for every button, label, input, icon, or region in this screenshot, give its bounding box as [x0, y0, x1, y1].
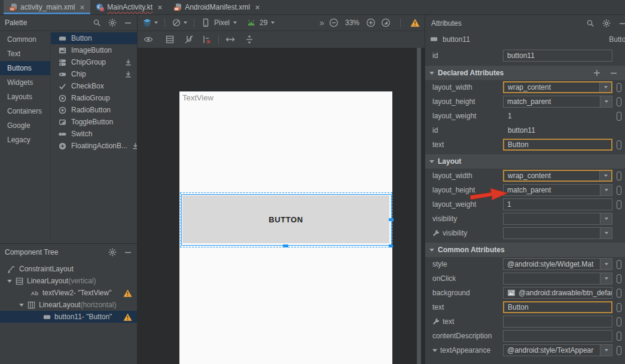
dropdown-arrow-icon[interactable] — [600, 273, 612, 284]
expander-icon[interactable] — [19, 304, 24, 307]
zoom-to-fit-icon[interactable] — [381, 18, 391, 27]
pick-resource-flag-icon[interactable] — [617, 274, 621, 283]
palette-category-Buttons[interactable]: Buttons — [0, 61, 50, 75]
pick-resource-flag-icon[interactable] — [617, 317, 621, 326]
warnings-errors-icon[interactable] — [410, 18, 420, 27]
attr-dropdown-visibility[interactable] — [503, 213, 612, 225]
editor-tab-activity_main.xml[interactable]: <>activity_main.xml — [4, 0, 90, 14]
infer-constraints-horizontal-icon[interactable] — [225, 35, 235, 44]
tree-node-ConstraintLayout[interactable]: ConstraintLayout — [0, 263, 137, 275]
pick-resource-flag-icon[interactable] — [617, 172, 621, 181]
dropdown-arrow-icon[interactable] — [599, 171, 611, 181]
attr-dropdown-layout_height[interactable]: match_parent — [503, 184, 612, 196]
palette-item-FloatingActionB...[interactable]: FloatingActionB... — [51, 140, 137, 152]
add-attribute-icon[interactable] — [593, 69, 601, 77]
orientation-icon[interactable] — [172, 18, 181, 27]
section-header-Layout[interactable]: Layout — [425, 154, 625, 169]
tree-node-textView2[interactable]: AbtextView2- "TextView" — [0, 287, 137, 299]
palette-category-Common[interactable]: Common — [0, 32, 50, 47]
pick-resource-flag-icon[interactable] — [617, 140, 621, 149]
palette-item-RadioGroup[interactable]: RadioGroup — [51, 92, 137, 104]
attr-field-layout_weight[interactable]: 1 — [503, 198, 612, 210]
pick-resource-flag-icon[interactable] — [617, 112, 621, 121]
close-icon[interactable] — [255, 5, 260, 10]
editor-tab-AndroidManifest.xml[interactable]: MFAndroidManifest.xml — [168, 0, 266, 14]
expander-icon[interactable] — [7, 280, 12, 283]
section-header-Declared Attributes[interactable]: Declared Attributes — [425, 66, 625, 80]
download-icon[interactable] — [124, 71, 132, 78]
gear-icon[interactable] — [602, 19, 611, 27]
remove-attribute-icon[interactable] — [609, 69, 618, 77]
editor-tab-MainActivity.kt[interactable]: MainActivity.kt — [90, 0, 168, 14]
attr-value[interactable]: button11 — [503, 126, 535, 134]
attr-dropdown-layout_width[interactable]: wrap_content — [503, 81, 612, 93]
pick-resource-flag-icon[interactable] — [617, 289, 621, 298]
minimize-icon[interactable] — [618, 19, 625, 27]
resize-handle-bottom[interactable] — [283, 244, 288, 247]
attr-field-background[interactable]: @android:drawable/btn_defau — [503, 287, 612, 299]
palette-category-Google[interactable]: Google — [0, 118, 50, 133]
pick-resource-flag-icon[interactable] — [617, 303, 621, 312]
dropdown-arrow-icon[interactable] — [600, 213, 612, 224]
device-selector[interactable]: Pixel — [214, 19, 230, 27]
pick-resource-flag-icon[interactable] — [617, 97, 621, 106]
palette-item-CheckBox[interactable]: CheckBox — [51, 80, 137, 92]
pick-resource-flag-icon[interactable] — [617, 200, 621, 209]
device-icon[interactable] — [201, 18, 211, 27]
show-constraints-icon[interactable] — [165, 35, 175, 44]
dropdown-arrow-icon[interactable] — [600, 185, 612, 195]
tree-node-LinearLayout[interactable]: LinearLayout(vertical) — [0, 275, 137, 287]
collapse-icon[interactable] — [429, 72, 434, 75]
api-level-selector[interactable]: 29 — [260, 19, 267, 27]
canvas-textview[interactable]: TextView — [182, 93, 214, 102]
palette-item-ImageButton[interactable]: ImageButton — [51, 44, 137, 56]
id-field[interactable]: button11 — [503, 50, 612, 62]
attr-value[interactable]: 1 — [503, 112, 512, 120]
palette-category-Containers[interactable]: Containers — [0, 104, 50, 118]
attr-field-text[interactable] — [503, 316, 612, 328]
close-icon[interactable] — [80, 5, 85, 10]
resize-handle-corner[interactable] — [389, 244, 393, 247]
tree-node-button11[interactable]: button11- "Button" — [0, 311, 137, 323]
tree-node-LinearLayout[interactable]: LinearLayout(horizontal) — [0, 299, 137, 311]
pick-resource-flag-icon[interactable] — [617, 83, 621, 92]
dropdown-arrow-icon[interactable] — [600, 96, 612, 107]
palette-category-Legacy[interactable]: Legacy — [0, 133, 50, 147]
close-icon[interactable] — [157, 5, 163, 10]
pick-resource-flag-icon[interactable] — [617, 260, 621, 269]
pick-resource-flag-icon[interactable] — [617, 346, 621, 355]
zoom-out-icon[interactable] — [329, 18, 339, 27]
section-header-Common Attributes[interactable]: Common Attributes — [425, 243, 625, 257]
pick-resource-flag-icon[interactable] — [617, 186, 621, 195]
resize-handle-right[interactable] — [389, 218, 394, 221]
distribute-vertical-icon[interactable] — [245, 35, 254, 44]
canvas-button[interactable]: BUTTON — [182, 195, 389, 243]
layers-design-surface-icon[interactable] — [142, 18, 152, 27]
attr-field-text[interactable]: Button — [503, 301, 612, 313]
search-icon[interactable] — [93, 19, 101, 27]
attr-dropdown-layout_width[interactable]: wrap_content — [503, 170, 612, 182]
palette-item-ToggleButton[interactable]: ToggleButton — [51, 116, 137, 128]
dropdown-arrow-icon[interactable] — [599, 82, 611, 92]
attr-field-text[interactable]: Button — [503, 139, 612, 151]
clear-constraints-icon[interactable] — [202, 35, 212, 44]
expander-icon[interactable] — [432, 349, 437, 352]
attr-field-contentDescription[interactable] — [503, 330, 612, 342]
autoconnect-off-magnet-icon[interactable] — [184, 35, 194, 44]
zoom-in-icon[interactable] — [366, 18, 376, 27]
palette-category-Widgets[interactable]: Widgets — [0, 75, 50, 90]
palette-category-Text[interactable]: Text — [0, 47, 50, 61]
attr-dropdown-visibility[interactable] — [503, 227, 612, 239]
palette-item-Switch[interactable]: Switch — [51, 128, 137, 140]
toolbar-overflow-icon[interactable]: » — [319, 18, 324, 27]
device-screen-surface[interactable]: TextView BUTTON — [179, 91, 392, 364]
palette-item-Chip[interactable]: Chip — [51, 68, 137, 80]
design-canvas[interactable]: TextView BUTTON — [138, 48, 425, 364]
palette-item-RadioButton[interactable]: RadioButton — [51, 104, 137, 116]
download-icon[interactable] — [124, 59, 132, 66]
gear-icon[interactable] — [108, 248, 117, 256]
canvas-scrollbar[interactable] — [417, 48, 421, 364]
attr-dropdown-layout_height[interactable]: match_parent — [503, 96, 612, 108]
palette-category-Layouts[interactable]: Layouts — [0, 90, 50, 104]
gear-icon[interactable] — [108, 19, 117, 27]
